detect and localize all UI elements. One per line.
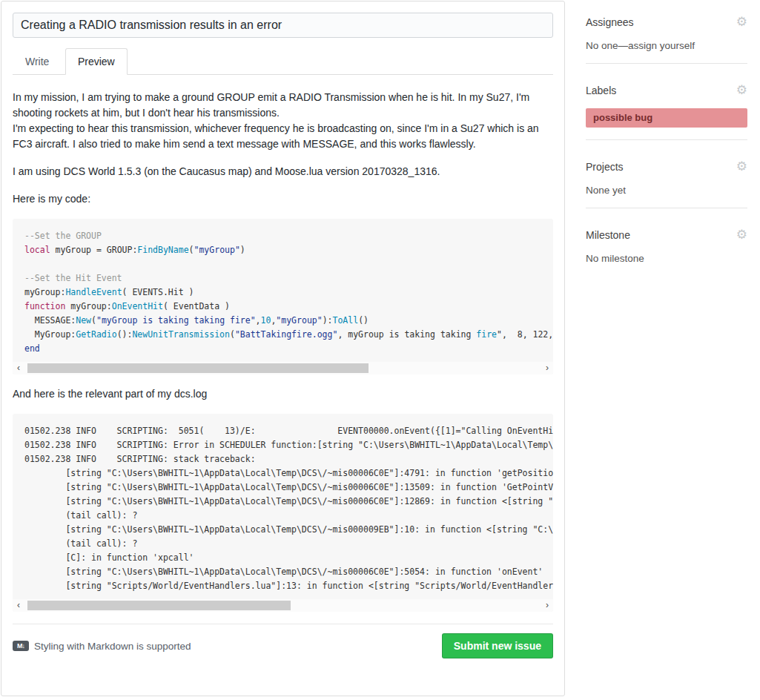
scrollbar-track[interactable]: [24, 599, 541, 612]
markdown-note-text: Styling with Markdown is supported: [34, 641, 191, 652]
tab-preview[interactable]: Preview: [65, 48, 128, 75]
scroll-right-arrow[interactable]: ›: [541, 362, 553, 374]
tab-write[interactable]: Write: [13, 48, 62, 75]
body-paragraph: In my mission, I am trying to make a gro…: [13, 90, 553, 152]
scroll-left-arrow[interactable]: ‹: [13, 362, 24, 374]
comment-caret: [1, 10, 8, 23]
milestone-heading: Milestone: [586, 229, 630, 241]
dcs-log-block: 01502.238 INFO SCRIPTING: 5051( 13)/E: E…: [13, 414, 553, 612]
scrollbar-thumb[interactable]: [27, 363, 369, 373]
scroll-left-arrow[interactable]: ‹: [13, 599, 24, 612]
assignees-heading: Assignees: [586, 16, 634, 28]
markdown-icon[interactable]: M↓: [13, 641, 29, 651]
divider: [586, 208, 747, 208]
submit-new-issue-button[interactable]: Submit new issue: [442, 633, 553, 658]
milestone-section: Milestone ⚙ No milestone: [586, 213, 747, 268]
gear-icon[interactable]: ⚙: [736, 16, 747, 28]
issue-title-input[interactable]: [13, 13, 553, 38]
divider: [586, 139, 747, 140]
milestone-value: No milestone: [586, 253, 747, 264]
markdown-note: M↓ Styling with Markdown is supported: [13, 641, 191, 652]
horizontal-scrollbar[interactable]: ‹ ›: [13, 362, 553, 374]
projects-section: Projects ⚙ None yet: [586, 145, 747, 213]
dcs-log-lines: 01502.238 INFO SCRIPTING: 5051( 13)/E: E…: [24, 424, 541, 593]
lua-code-block: --Set the GROUPlocal myGroup = GROUP:Fin…: [13, 219, 553, 374]
new-issue-panel: Write Preview In my mission, I am trying…: [1, 1, 565, 696]
body-paragraph: Here is my code:: [13, 191, 553, 207]
assign-yourself-link[interactable]: No one—assign yourself: [586, 40, 747, 51]
preview-body: In my mission, I am trying to make a gro…: [13, 90, 553, 612]
divider: [586, 63, 747, 64]
label-possible-bug: possible bug: [586, 108, 747, 128]
scrollbar-track[interactable]: [24, 362, 541, 374]
body-paragraph: I am using DCS World 1.5.3 (on the Cauca…: [13, 164, 553, 179]
labels-heading: Labels: [586, 85, 616, 96]
labels-section: Labels ⚙ possible bug: [586, 68, 747, 145]
form-footer: M↓ Styling with Markdown is supported Su…: [13, 624, 553, 667]
scrollbar-thumb[interactable]: [27, 601, 291, 610]
projects-heading: Projects: [586, 161, 624, 173]
body-paragraph: And here is the relevant part of my dcs.…: [13, 386, 553, 402]
projects-value: None yet: [586, 185, 747, 196]
gear-icon[interactable]: ⚙: [736, 161, 747, 173]
lua-code-lines: --Set the GROUPlocal myGroup = GROUP:Fin…: [24, 229, 541, 356]
horizontal-scrollbar[interactable]: ‹ ›: [13, 599, 553, 612]
scroll-right-arrow[interactable]: ›: [541, 599, 553, 612]
tab-bar: Write Preview: [13, 48, 553, 75]
gear-icon[interactable]: ⚙: [736, 85, 747, 96]
issue-sidebar: Assignees ⚙ No one—assign yourself Label…: [586, 0, 747, 268]
assignees-section: Assignees ⚙ No one—assign yourself: [586, 0, 747, 68]
gear-icon[interactable]: ⚙: [736, 229, 747, 241]
